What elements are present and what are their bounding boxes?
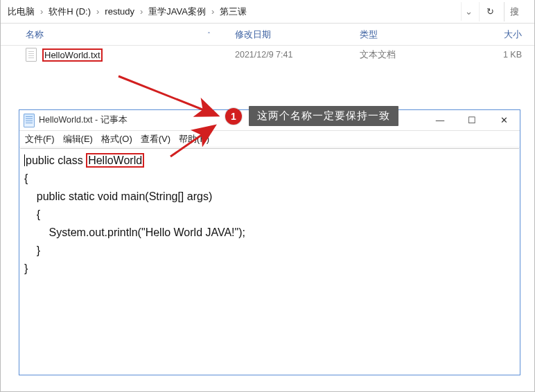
crumb-1[interactable]: 软件H (D:) <box>46 3 94 21</box>
chevron-right-icon: › <box>210 6 216 17</box>
code-l7: } <box>24 260 515 278</box>
code-l6: } <box>24 242 515 260</box>
maximize-icon: ☐ <box>468 115 476 125</box>
refresh-button[interactable]: ↻ <box>479 2 501 21</box>
file-size: 1 KB <box>458 50 534 60</box>
column-type-label: 类型 <box>360 28 378 41</box>
code-l3: public static void main(String[] args) <box>24 188 515 206</box>
minimize-button[interactable]: — <box>424 110 456 130</box>
code-l2: { <box>24 170 515 188</box>
close-icon: ✕ <box>500 115 508 125</box>
maximize-button[interactable]: ☐ <box>456 110 488 130</box>
menu-format[interactable]: 格式(O) <box>101 133 132 145</box>
file-name: HelloWorld.txt <box>42 48 103 62</box>
breadcrumb[interactable]: 比电脑 › 软件H (D:) › restudy › 重学JAVA案例 › 第三… <box>5 3 458 21</box>
column-size-label: 大小 <box>504 28 522 41</box>
code-classname: HelloWorld <box>86 153 144 168</box>
explorer-column-header: 名称 ˆ 修改日期 类型 大小 <box>1 24 534 46</box>
window-controls: — ☐ ✕ <box>424 110 520 130</box>
code-l1a: public class <box>26 154 86 166</box>
crumb-0[interactable]: 比电脑 <box>5 3 37 21</box>
notepad-window: HelloWorld.txt - 记事本 — ☐ ✕ 文件(F) 编辑(E) 格… <box>19 109 520 375</box>
chevron-right-icon: › <box>139 6 144 17</box>
text-file-icon <box>26 48 37 62</box>
search-icon: 搜 <box>510 6 519 18</box>
column-size[interactable]: 大小 <box>458 28 534 41</box>
annotation-label: 这两个名称一定要保持一致 <box>249 106 398 126</box>
column-date-label: 修改日期 <box>235 28 271 41</box>
notepad-text-area[interactable]: public class HelloWorld { public static … <box>20 148 519 374</box>
annotation-badge: 1 <box>225 108 242 125</box>
file-list: HelloWorld.txt 2021/12/9 7:41 文本文档 1 KB <box>1 46 534 64</box>
refresh-icon: ↻ <box>486 6 494 17</box>
breadcrumb-dropdown[interactable]: ⌄ <box>461 2 476 21</box>
minimize-icon: — <box>436 116 445 125</box>
code-l4: { <box>24 206 515 224</box>
notepad-icon <box>24 114 35 127</box>
search-input[interactable]: 搜 <box>504 2 532 21</box>
crumb-2[interactable]: restudy <box>102 3 137 19</box>
file-row[interactable]: HelloWorld.txt 2021/12/9 7:41 文本文档 1 KB <box>1 46 534 64</box>
column-type[interactable]: 类型 <box>354 28 458 41</box>
crumb-3[interactable]: 重学JAVA案例 <box>146 3 209 21</box>
menu-help[interactable]: 帮助(H) <box>179 133 209 145</box>
file-date: 2021/12/9 7:41 <box>229 50 354 60</box>
column-date[interactable]: 修改日期 <box>229 28 354 41</box>
close-button[interactable]: ✕ <box>488 110 520 130</box>
menu-edit[interactable]: 编辑(E) <box>63 133 93 145</box>
column-name-label: 名称 <box>26 28 44 41</box>
notepad-menubar: 文件(F) 编辑(E) 格式(O) 查看(V) 帮助(H) <box>19 131 520 148</box>
code-l5: System.out.println("Hello World JAVA!"); <box>24 224 515 242</box>
chevron-right-icon: › <box>95 6 100 17</box>
column-name[interactable]: 名称 ˆ <box>1 28 229 41</box>
file-type: 文本文档 <box>354 49 458 61</box>
crumb-4[interactable]: 第三课 <box>217 3 249 21</box>
sort-ascending-icon: ˆ <box>208 31 210 38</box>
menu-view[interactable]: 查看(V) <box>141 133 170 145</box>
explorer-address-bar: 比电脑 › 软件H (D:) › restudy › 重学JAVA案例 › 第三… <box>1 0 534 24</box>
chevron-right-icon: › <box>39 6 44 17</box>
menu-file[interactable]: 文件(F) <box>25 133 55 145</box>
